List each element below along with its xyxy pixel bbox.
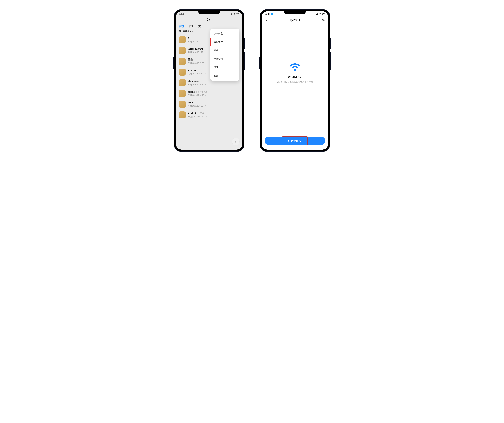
signal-icon	[231, 13, 232, 15]
battery-badge: 47	[322, 13, 325, 15]
folder-name: alipay | 支付宝钱包	[188, 91, 236, 93]
chevron-right-icon: ›	[239, 92, 240, 95]
settings-button[interactable]	[321, 18, 325, 22]
volume-button	[259, 57, 260, 69]
chevron-right-icon: ›	[239, 103, 240, 106]
list-item[interactable]: amap 4项 | 2021/12/9 20:10 ›	[179, 99, 240, 110]
side-button	[244, 52, 245, 71]
chevron-left-icon	[265, 19, 268, 22]
notch	[284, 11, 306, 14]
folder-name: amap	[188, 101, 236, 104]
screen-remote-manage: 16:47 HD 47 远程管理	[262, 11, 328, 149]
folder-alias: | 支付宝钱包	[196, 91, 208, 93]
folder-name: Android | 安卓	[188, 112, 236, 115]
power-button	[330, 38, 331, 49]
status-time: 16:47	[264, 13, 270, 15]
wifi-icon	[319, 13, 321, 15]
tab-recent[interactable]: 最近	[189, 24, 194, 28]
menu-item-storage[interactable]: 存储空间	[210, 55, 240, 63]
phone-remote-manage: 16:47 HD 47 远程管理	[260, 9, 330, 152]
menu-item-remote[interactable]: 远程管理	[210, 38, 240, 46]
gear-icon	[322, 19, 325, 22]
power-button	[244, 38, 245, 49]
wifi-icon	[233, 13, 235, 15]
hd-icon: HD	[313, 13, 315, 15]
list-item[interactable]: Android | 安卓 11项 | 2021/12/7 20:49 ›	[179, 110, 240, 120]
hd-icon: HD	[228, 13, 230, 15]
phone-file-manager: 16:51 HD 46 文件 手机 最近 文 内部存储设备 ›	[174, 9, 244, 152]
menu-item-cloud[interactable]: 小米云盘	[210, 30, 240, 38]
folder-meta: 1项 | 2020/10/10 14:04	[188, 83, 236, 86]
folder-icon	[179, 101, 186, 108]
menu-item-clean[interactable]: 清理	[210, 63, 240, 71]
breadcrumb-label: 内部存储设备	[179, 30, 192, 33]
start-service-button[interactable]: 启动服务	[264, 137, 325, 145]
app-indicator-icon	[271, 13, 273, 15]
page-title: 远程管理	[289, 18, 300, 22]
filter-button[interactable]	[232, 138, 240, 145]
tab-phone[interactable]: 手机	[179, 24, 184, 28]
volume-button	[173, 57, 174, 69]
folder-icon	[179, 111, 186, 119]
folder-meta: 4项 | 2021/12/9 20:10	[188, 105, 236, 107]
folder-icon	[179, 90, 186, 97]
menu-item-settings[interactable]: 设置	[210, 71, 240, 80]
folder-icon	[179, 69, 186, 76]
folder-icon	[179, 36, 186, 43]
wifi-large-icon	[288, 61, 301, 74]
back-button[interactable]	[264, 18, 269, 22]
wlan-title: WLAN状态	[262, 75, 328, 79]
page-title: 文件	[176, 17, 242, 24]
chevron-right-icon: ›	[239, 81, 240, 84]
chevron-right-icon: ›	[192, 30, 193, 32]
start-service-label: 启动服务	[291, 139, 301, 143]
folder-icon	[179, 47, 186, 54]
app-bar: 远程管理	[262, 17, 328, 24]
overflow-menu: 小米云盘 远程管理 新建 存储空间 清理 设置	[210, 29, 240, 81]
notch	[198, 11, 220, 14]
signal-icon	[316, 13, 318, 15]
tab-docs[interactable]: 文	[198, 24, 201, 28]
chevron-right-icon: ›	[239, 113, 240, 116]
status-time: 16:51	[179, 13, 184, 15]
side-button	[330, 52, 331, 71]
folder-meta: 3项 | 2021/11/28 19:34	[188, 94, 236, 96]
wlan-status-block: WLAN状态 启动后可以从电脑端远程管理手机文件	[262, 61, 328, 83]
filter-icon	[234, 140, 237, 143]
menu-item-new[interactable]: 新建	[210, 46, 240, 55]
folder-icon	[179, 58, 186, 65]
list-item[interactable]: alipay | 支付宝钱包 3项 | 2021/11/28 19:34 ›	[179, 88, 240, 99]
play-icon	[288, 140, 290, 142]
folder-icon	[179, 79, 186, 86]
battery-badge: 46	[236, 13, 240, 15]
folder-meta: 11项 | 2021/12/7 20:49	[188, 115, 236, 118]
folder-alias: | 安卓	[198, 112, 204, 115]
screen-file-manager: 16:51 HD 46 文件 手机 最近 文 内部存储设备 ›	[176, 11, 242, 149]
wlan-subtitle: 启动后可以从电脑端远程管理手机文件	[262, 81, 328, 83]
